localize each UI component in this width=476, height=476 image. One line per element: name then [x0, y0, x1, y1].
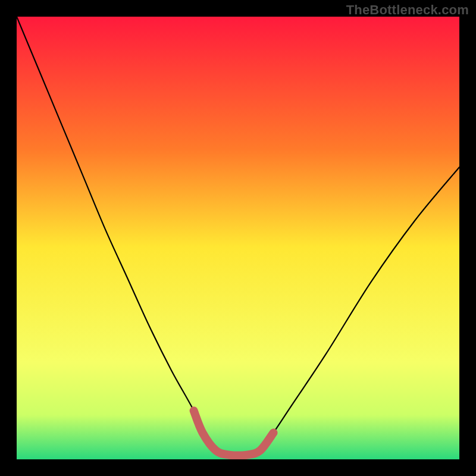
gradient-background	[17, 17, 459, 459]
bottleneck-chart	[0, 0, 476, 476]
watermark-text: TheBottleneck.com	[346, 2, 469, 18]
chart-frame: TheBottleneck.com	[0, 0, 476, 476]
